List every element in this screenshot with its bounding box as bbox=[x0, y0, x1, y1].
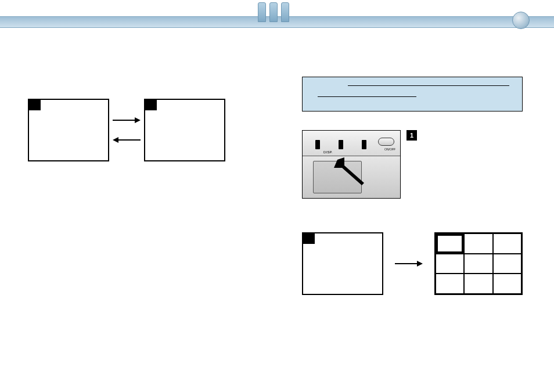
top-tabs bbox=[258, 2, 289, 22]
grid-cell-highlight bbox=[436, 233, 464, 254]
screen-box-left bbox=[28, 99, 109, 161]
grid-cell bbox=[493, 274, 521, 294]
callout-box bbox=[302, 77, 523, 112]
svg-marker-3 bbox=[113, 137, 118, 143]
svg-marker-6 bbox=[417, 261, 423, 267]
grid-cell bbox=[464, 274, 492, 294]
grid-cell bbox=[436, 254, 464, 274]
tab bbox=[258, 2, 266, 22]
grid-cell bbox=[436, 274, 464, 294]
tab bbox=[269, 2, 278, 22]
callout-rule bbox=[348, 85, 509, 86]
arrow-left-icon bbox=[111, 136, 142, 143]
onoff-label: ON/OFF bbox=[384, 148, 395, 151]
camera-illustration: DISP. ON/OFF 1 bbox=[302, 130, 523, 199]
arrow-right-icon bbox=[394, 260, 424, 267]
top-decoration bbox=[0, 0, 554, 31]
screen-box-single bbox=[302, 232, 383, 295]
grid-cell bbox=[464, 233, 492, 254]
button-slot bbox=[339, 140, 343, 149]
corner-icon bbox=[145, 100, 157, 110]
camera-frame: DISP. ON/OFF bbox=[302, 130, 401, 199]
right-column: DISP. ON/OFF 1 bbox=[302, 77, 523, 295]
grid-cell bbox=[464, 254, 492, 274]
arrow-right-icon bbox=[111, 117, 142, 124]
arrow-right bbox=[393, 260, 425, 267]
grid-cell bbox=[493, 254, 521, 274]
corner-icon bbox=[303, 233, 315, 244]
screen-box-right bbox=[144, 99, 225, 161]
callout-rule bbox=[318, 96, 416, 97]
corner-icon bbox=[29, 100, 41, 110]
button-slot bbox=[315, 140, 320, 149]
thumbnail-grid bbox=[434, 232, 523, 295]
bidirectional-arrows bbox=[109, 117, 144, 143]
tab bbox=[281, 2, 289, 22]
left-column bbox=[28, 99, 249, 161]
step-badge: 1 bbox=[406, 130, 417, 141]
svg-marker-4 bbox=[334, 157, 364, 185]
disp-label: DISP. bbox=[323, 150, 333, 154]
svg-marker-1 bbox=[135, 117, 141, 123]
knob-icon bbox=[512, 12, 530, 29]
power-switch-icon bbox=[378, 138, 394, 146]
box-to-grid-sequence bbox=[302, 232, 523, 295]
box-pair bbox=[28, 99, 249, 161]
button-slot bbox=[362, 140, 366, 149]
grid-cell bbox=[493, 233, 521, 254]
